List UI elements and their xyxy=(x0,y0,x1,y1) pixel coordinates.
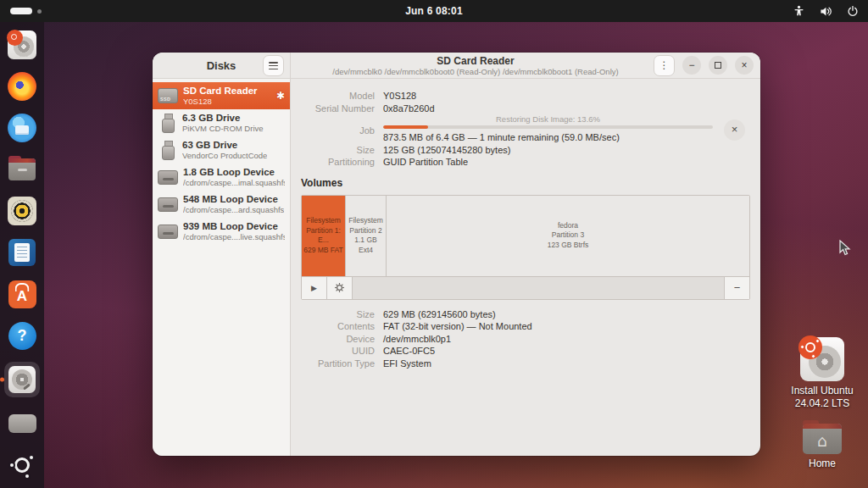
job-progress-fill xyxy=(383,125,428,129)
dock-item-app-center[interactable]: A xyxy=(7,279,37,309)
volume-icon[interactable] xyxy=(819,4,832,18)
hamburger-icon xyxy=(269,62,278,69)
running-indicator-dot xyxy=(0,378,4,382)
drive-list: SSD SD Card Reader Y0S128 ✱ 6.3 GB Drive… xyxy=(153,79,291,456)
busy-spinner-icon: ✱ xyxy=(276,90,285,102)
window-header: SD Card Reader /dev/mmcblk0 /dev/mmcblk0… xyxy=(291,53,760,78)
firefox-icon xyxy=(8,72,36,101)
drive-row-63gb-vendorco[interactable]: 63 GB Drive VendorCo ProductCode xyxy=(153,136,290,164)
partition-2-segment[interactable]: Filesystem Partition 2 1.1 GB Ext4 xyxy=(346,196,387,276)
drive-row-63gb-cdrom[interactable]: 6.3 GB Drive PiKVM CD-ROM Drive xyxy=(153,109,290,136)
desktop-icon-home[interactable]: ⌂ Home xyxy=(786,424,859,470)
drive-detail-panel: Model Y0S128 Serial Number 0x8a7b260d Jo… xyxy=(291,79,760,456)
activities-workspace-pill[interactable] xyxy=(10,8,32,14)
serial-value: 0x8a7b260d xyxy=(383,103,435,115)
volumes-widget: Filesystem Partition 1: E... 629 MB FAT … xyxy=(301,195,750,300)
cancel-job-button[interactable]: × xyxy=(724,119,745,141)
disks-window: Disks SD Card Reader /dev/mmcblk0 /dev/m… xyxy=(153,53,760,456)
job-progress-area: Restoring Disk Image: 13.6% 873.5 MB of … xyxy=(383,114,750,144)
thunderbird-icon xyxy=(8,114,36,142)
partition-type-row: Partition Type EFI System xyxy=(301,358,750,370)
install-ubuntu-icon xyxy=(8,30,36,59)
clock-menu[interactable]: Jun 6 08:01 xyxy=(405,0,463,22)
dock: A ? xyxy=(0,22,44,488)
home-folder-icon: ⌂ xyxy=(803,424,842,454)
dock-item-generic-drive[interactable] xyxy=(7,408,37,439)
partition-details: Size 629 MB (629145600 bytes) Contents F… xyxy=(301,308,750,370)
titlebar: Disks SD Card Reader /dev/mmcblk0 /dev/m… xyxy=(153,53,760,79)
libreoffice-writer-icon xyxy=(8,239,36,266)
app-center-icon: A xyxy=(8,280,36,308)
partition-device-row: Device /dev/mmcblk0p1 xyxy=(301,333,750,346)
loop-device-icon xyxy=(158,197,178,212)
window-title: SD Card Reader xyxy=(298,55,654,67)
dock-item-files[interactable] xyxy=(7,154,37,185)
partition-1-segment[interactable]: Filesystem Partition 1: E... 629 MB FAT xyxy=(302,196,346,276)
rhythmbox-speaker-icon xyxy=(8,197,36,225)
volumes-toolbar: ▶ − xyxy=(302,276,749,299)
window-subtitle: /dev/mmcblk0 /dev/mmcblk0boot0 (Read-Onl… xyxy=(298,67,654,76)
job-row: Job Restoring Disk Image: 13.6% 873.5 MB… xyxy=(301,114,750,144)
dock-item-firefox[interactable] xyxy=(7,71,37,102)
dock-item-rhythmbox[interactable] xyxy=(7,196,37,226)
size-value: 125 GB (125074145280 bytes) xyxy=(383,144,510,157)
loop-device-icon xyxy=(158,225,178,239)
partition-3-segment[interactable]: fedora Partition 3 123 GB Btrfs xyxy=(387,196,749,276)
ubuntu-logo-icon xyxy=(8,452,36,479)
partition-map: Filesystem Partition 1: E... 629 MB FAT … xyxy=(302,196,749,276)
partition-uuid-row: UUID CAEC-0FC5 xyxy=(301,345,750,358)
drive-row-sd-card-reader[interactable]: SSD SD Card Reader Y0S128 ✱ xyxy=(153,82,290,109)
dock-item-show-apps[interactable] xyxy=(7,450,37,480)
job-status-text: Restoring Disk Image: 13.6% xyxy=(383,114,713,125)
help-icon: ? xyxy=(8,322,36,350)
model-value: Y0S128 xyxy=(383,90,416,103)
partition-size-row: Size 629 MB (629145600 bytes) xyxy=(301,308,750,321)
window-controls: ⋮ − × xyxy=(654,55,754,76)
workspace-dot[interactable] xyxy=(37,9,42,14)
maximize-button[interactable] xyxy=(709,56,727,75)
drive-options-menu-button[interactable]: ⋮ xyxy=(654,55,675,76)
top-bar: Jun 6 08:01 xyxy=(0,0,868,22)
accessibility-icon[interactable] xyxy=(792,4,805,18)
ssd-drive-icon: SSD xyxy=(158,88,178,103)
disks-app-icon xyxy=(8,366,36,393)
gear-icon xyxy=(334,282,345,293)
usb-drive-icon xyxy=(162,141,173,159)
install-ubuntu-desktop-icon xyxy=(800,337,844,381)
drive-row-loop-3[interactable]: 939 MB Loop Device /cdrom/caspe....live.… xyxy=(153,218,290,245)
sidebar-header: Disks xyxy=(153,53,291,78)
system-status-area[interactable] xyxy=(792,0,860,22)
size-row: Size 125 GB (125074145280 bytes) xyxy=(301,144,750,157)
volumes-heading: Volumes xyxy=(301,177,750,189)
dock-item-thunderbird[interactable] xyxy=(7,113,37,143)
partitioning-value: GUID Partition Table xyxy=(383,156,468,169)
partition-contents-row: Contents FAT (32-bit version) — Not Moun… xyxy=(301,320,750,333)
power-icon[interactable] xyxy=(846,4,860,18)
desktop-icon-install-ubuntu[interactable]: Install Ubuntu 24.04.2 LTS xyxy=(786,337,859,410)
house-glyph: ⌂ xyxy=(803,424,842,454)
loop-device-icon xyxy=(158,170,178,185)
close-button[interactable]: × xyxy=(735,56,754,75)
model-row: Model Y0S128 xyxy=(301,90,750,103)
maximize-icon xyxy=(715,62,721,69)
drive-row-loop-2[interactable]: 548 MB Loop Device /cdrom/caspe...ard.sq… xyxy=(153,191,290,218)
window-titles: SD Card Reader /dev/mmcblk0 /dev/mmcblk0… xyxy=(298,55,654,76)
files-folder-icon xyxy=(8,158,36,180)
dock-item-help[interactable]: ? xyxy=(7,320,37,351)
dock-item-install-ubuntu[interactable] xyxy=(7,30,37,60)
app-title: Disks xyxy=(207,59,236,72)
partition-settings-gear-button[interactable] xyxy=(327,277,353,299)
dock-item-libreoffice-writer[interactable] xyxy=(7,237,37,268)
job-detail-text: 873.5 MB of 6.4 GB — 1 minute remaining … xyxy=(383,131,713,144)
dock-item-disks-active[interactable] xyxy=(4,362,40,397)
window-body: SSD SD Card Reader Y0S128 ✱ 6.3 GB Drive… xyxy=(153,79,760,456)
delete-partition-button[interactable]: − xyxy=(724,277,749,299)
usb-drive-icon xyxy=(162,114,173,132)
hamburger-menu-button[interactable] xyxy=(263,55,284,76)
serial-row: Serial Number 0x8a7b260d xyxy=(301,103,750,115)
partitioning-row: Partitioning GUID Partition Table xyxy=(301,156,750,169)
minimize-button[interactable]: − xyxy=(682,56,701,75)
drive-row-loop-1[interactable]: 1.8 GB Loop Device /cdrom/caspe...imal.s… xyxy=(153,164,290,191)
mount-play-button[interactable]: ▶ xyxy=(302,277,327,299)
desktop: Jun 6 08:01 xyxy=(0,0,868,488)
